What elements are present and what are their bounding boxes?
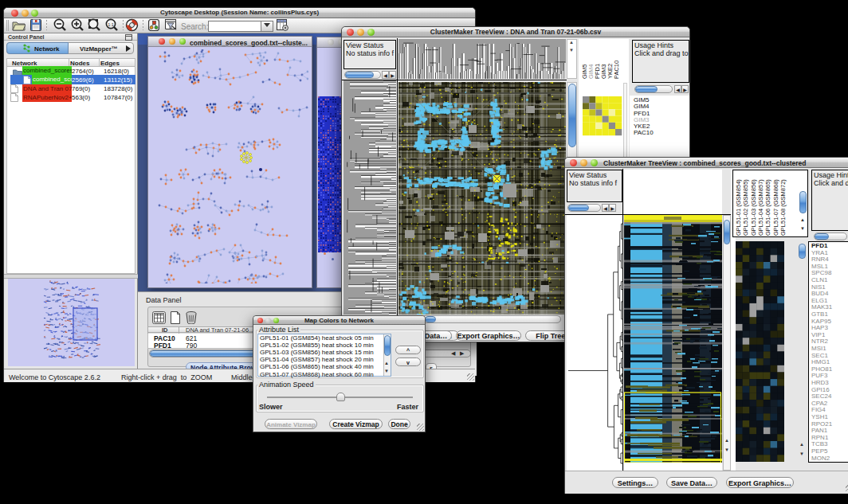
svg-text:PAC10: PAC10 <box>613 61 620 79</box>
svg-text:GPL51-07 (GSM868): GPL51-07 (GSM868) <box>772 179 779 236</box>
svg-text:GPL51-08 (GSM872): GPL51-08 (GSM872) <box>779 179 787 236</box>
svg-text:1:1: 1:1 <box>108 22 114 27</box>
svg-text:GPL51-01 (GSM854): GPL51-01 (GSM854) <box>735 179 742 236</box>
svg-text:GPL51-06 (GSM865): GPL51-06 (GSM865) <box>764 179 771 236</box>
svg-text:GPL51-03 (GSM856): GPL51-03 (GSM856) <box>750 179 757 236</box>
svg-text:GPL51-04 (GSM857): GPL51-04 (GSM857) <box>757 179 764 236</box>
svg-text:GPL51-02 (GSM855): GPL51-02 (GSM855) <box>742 179 749 236</box>
